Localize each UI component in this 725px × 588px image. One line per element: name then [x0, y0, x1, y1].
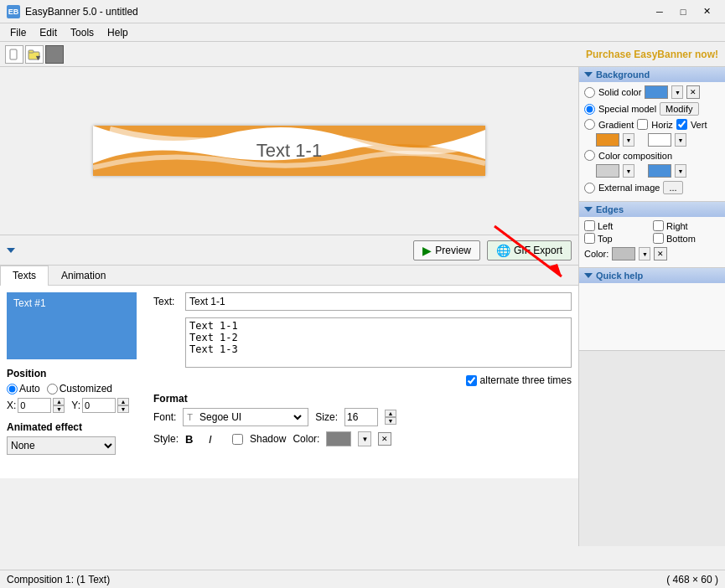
x-input[interactable] — [18, 398, 51, 413]
x-label: X: — [7, 400, 16, 411]
new-button[interactable] — [5, 45, 23, 64]
text-list-item[interactable]: Text #1 — [10, 296, 133, 311]
style-label: Style: — [153, 433, 179, 445]
comp-color1-swatch[interactable] — [596, 164, 619, 178]
size-spin-up[interactable]: ▲ — [385, 410, 396, 417]
menu-file[interactable]: File — [3, 25, 33, 40]
gradient-radio[interactable] — [584, 119, 595, 130]
edges-collapse-icon[interactable] — [584, 207, 593, 212]
color-comp-label: Color composition — [598, 151, 672, 161]
left-edge-checkbox[interactable] — [584, 220, 595, 231]
quick-help-title: Quick help — [596, 271, 643, 281]
special-model-radio[interactable] — [584, 104, 595, 115]
top-edge-item: Top — [584, 233, 651, 244]
gradient-color1-dropdown[interactable]: ▼ — [623, 133, 634, 147]
menu-edit[interactable]: Edit — [33, 25, 64, 40]
gradient-label: Gradient — [598, 120, 634, 130]
edge-color-swatch[interactable] — [612, 247, 635, 260]
color-dropdown-arrow[interactable]: ▼ — [358, 431, 371, 446]
collapse-icon[interactable] — [7, 248, 15, 253]
y-input[interactable] — [82, 398, 116, 413]
solid-color-radio[interactable] — [584, 87, 595, 98]
y-spin-up[interactable]: ▲ — [117, 398, 129, 405]
horiz-label: Horiz — [651, 120, 673, 130]
color-comp-radio[interactable] — [584, 150, 595, 161]
gradient-color2-dropdown[interactable]: ▼ — [675, 133, 686, 147]
solid-color-swatch[interactable] — [645, 85, 668, 99]
effect-select[interactable]: None — [7, 436, 116, 455]
vert-label: Vert — [691, 120, 707, 130]
canvas-workspace: Text 1-1 — [0, 67, 578, 235]
menu-bar: File Edit Tools Help — [0, 23, 725, 42]
toolbar: ▼ Purchase EasyBanner now! — [0, 42, 725, 67]
right-edge-checkbox[interactable] — [653, 220, 664, 231]
shadow-checkbox[interactable] — [232, 434, 243, 445]
color-button[interactable] — [45, 45, 64, 64]
app-icon-text: EB — [8, 8, 19, 16]
bottom-edge-item: Bottom — [653, 233, 720, 244]
alternate-label: alternate three times — [480, 374, 572, 386]
alternate-checkbox[interactable] — [466, 375, 477, 386]
comp-color2-dropdown[interactable]: ▼ — [675, 164, 686, 178]
solid-color-dropdown[interactable]: ▼ — [671, 85, 683, 99]
preview-label: Preview — [435, 245, 471, 256]
gradient-color2-swatch[interactable] — [648, 133, 671, 147]
close-button[interactable]: ✕ — [695, 3, 718, 20]
bold-button[interactable]: B — [185, 433, 202, 446]
color-comp-swatches: ▼ ▼ — [584, 164, 720, 178]
bottom-edge-label: Bottom — [666, 234, 696, 244]
size-spin-down[interactable]: ▼ — [385, 417, 396, 425]
menu-tools[interactable]: Tools — [64, 25, 101, 40]
background-section: Background Solid color ▼ ✕ Special model… — [579, 67, 725, 202]
vert-checkbox[interactable] — [676, 119, 687, 130]
browse-button[interactable]: ... — [663, 181, 682, 194]
gradient-color1-swatch[interactable] — [596, 133, 619, 147]
modify-button[interactable]: Modify — [660, 102, 698, 116]
tab-texts[interactable]: Texts — [0, 266, 49, 286]
customized-radio[interactable] — [47, 384, 58, 395]
edge-color-row: Color: ▼ ✕ — [584, 247, 720, 260]
bottom-edge-checkbox[interactable] — [653, 233, 664, 244]
text-listbox[interactable]: Text #1 — [7, 292, 137, 359]
comp-color2-swatch[interactable] — [648, 164, 671, 178]
quick-help-content — [579, 283, 725, 350]
edge-color-dropdown[interactable]: ▼ — [639, 247, 650, 260]
italic-button[interactable]: I — [209, 433, 225, 446]
purchase-text: Purchase EasyBanner now! — [586, 49, 718, 60]
customized-radio-label[interactable]: Customized — [47, 383, 112, 395]
comp-color1-dropdown[interactable]: ▼ — [623, 164, 634, 178]
y-spin-down[interactable]: ▼ — [117, 405, 129, 413]
background-title: Background — [596, 70, 650, 80]
color-clear-button[interactable]: ✕ — [378, 432, 391, 446]
animated-effect-label: Animated effect — [7, 421, 137, 433]
edge-color-clear[interactable]: ✕ — [654, 247, 667, 260]
quick-help-header: Quick help — [579, 268, 725, 283]
font-select[interactable]: Segoe UI — [196, 409, 304, 426]
background-collapse-icon[interactable] — [584, 72, 593, 77]
solid-color-clear[interactable]: ✕ — [686, 85, 700, 99]
x-spin-down[interactable]: ▼ — [53, 405, 65, 413]
text-color-swatch[interactable] — [326, 431, 351, 446]
horiz-checkbox[interactable] — [637, 119, 648, 130]
minimize-button[interactable]: ─ — [648, 3, 671, 20]
position-section: Position Auto Customized — [7, 368, 137, 413]
tab-animation[interactable]: Animation — [49, 266, 118, 285]
bottom-toolbar: ▶ Preview 🌐 GIF Export — [0, 235, 578, 265]
menu-help[interactable]: Help — [101, 25, 135, 40]
size-input[interactable] — [344, 408, 378, 426]
preview-button[interactable]: ▶ Preview — [413, 240, 480, 260]
text-multiline-input[interactable]: Text 1-1 Text 1-2 Text 1-3 — [185, 317, 572, 368]
auto-radio[interactable] — [7, 384, 18, 395]
auto-radio-label[interactable]: Auto — [7, 383, 40, 395]
text-main-input[interactable] — [185, 292, 572, 311]
gif-export-button[interactable]: 🌐 GIF Export — [487, 240, 572, 260]
open-button[interactable]: ▼ — [25, 45, 44, 64]
svg-rect-2 — [28, 50, 34, 53]
format-section: Format Font: T Segoe UI Size: — [153, 393, 572, 446]
maximize-button[interactable]: □ — [671, 3, 695, 20]
ext-image-radio[interactable] — [584, 183, 595, 193]
quick-help-collapse-icon[interactable] — [584, 273, 593, 278]
top-edge-checkbox[interactable] — [584, 233, 595, 244]
play-icon: ▶ — [422, 244, 432, 257]
x-spin-up[interactable]: ▲ — [53, 398, 65, 405]
